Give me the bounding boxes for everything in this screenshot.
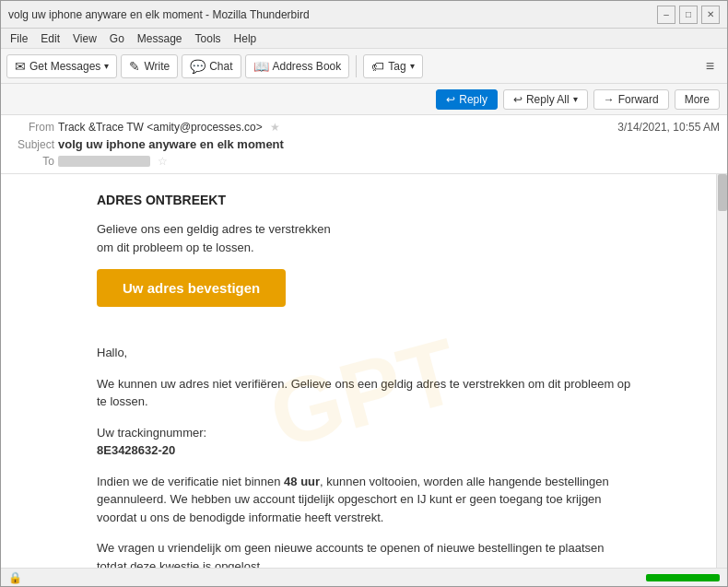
reply-all-button[interactable]: ↩ Reply All ▾	[503, 89, 588, 110]
scroll-track[interactable]	[716, 174, 727, 568]
tracking-number: 8E3428632-20	[97, 443, 175, 457]
window-title: volg uw iphone anyware en elk moment - M…	[8, 8, 310, 21]
title-bar: volg uw iphone anyware en elk moment - M…	[1, 1, 727, 29]
email-para4: We vragen u vriendelijk om geen nieuwe a…	[97, 539, 631, 568]
get-messages-icon: ✉	[15, 59, 26, 74]
get-messages-button[interactable]: ✉ Get Messages ▾	[6, 54, 117, 78]
menu-go[interactable]: Go	[104, 30, 130, 47]
get-messages-dropdown-icon[interactable]: ▾	[104, 61, 109, 71]
email-para2: We kunnen uw adres niet verifiëren. Geli…	[97, 375, 631, 411]
email-para1: Gelieve ons een geldig adres te verstrek…	[97, 220, 631, 256]
menu-tools[interactable]: Tools	[190, 30, 227, 47]
menu-edit[interactable]: Edit	[35, 30, 65, 47]
subject-row: Subject volg uw iphone anyware en elk mo…	[8, 135, 720, 153]
forward-button[interactable]: → Forward	[593, 89, 669, 110]
action-bar: ↩ Reply ↩ Reply All ▾ → Forward More	[1, 84, 727, 115]
chat-icon: 💬	[190, 59, 205, 74]
main-window: volg uw iphone anyware en elk moment - M…	[0, 0, 728, 587]
chat-button[interactable]: 💬 Chat	[182, 54, 241, 78]
from-label: From	[8, 121, 54, 134]
greeting: Hallo,	[97, 344, 631, 362]
to-value-blurred	[58, 156, 150, 167]
close-button[interactable]: ✕	[701, 6, 720, 24]
menu-file[interactable]: File	[5, 30, 33, 47]
address-book-icon: 📖	[253, 59, 269, 74]
tag-button[interactable]: 🏷 Tag ▾	[363, 54, 422, 78]
to-star-icon[interactable]: ☆	[158, 155, 168, 168]
email-content: GPT ADRES ONTBREEKT Gelieve ons een geld…	[41, 174, 687, 568]
toolbar: ✉ Get Messages ▾ ✎ Write 💬 Chat 📖 Addres…	[1, 49, 727, 84]
email-heading: ADRES ONTBREEKT	[97, 193, 631, 207]
48-hour-text: 48 uur	[284, 475, 320, 488]
tag-dropdown-icon[interactable]: ▾	[410, 61, 415, 71]
email-headers: From Track &Trace TW <amity@processes.co…	[1, 115, 727, 174]
minimize-button[interactable]: –	[657, 6, 675, 24]
write-icon: ✎	[129, 59, 140, 74]
from-row: From Track &Trace TW <amity@processes.co…	[8, 119, 720, 135]
reply-all-dropdown-icon[interactable]: ▾	[573, 94, 578, 104]
toolbar-separator	[356, 55, 357, 77]
cta-button[interactable]: Uw adres bevestigen	[97, 269, 286, 307]
hamburger-button[interactable]: ≡	[699, 54, 722, 78]
date-value: 3/14/2021, 10:55 AM	[617, 121, 720, 134]
forward-icon: →	[604, 93, 615, 106]
scroll-thumb[interactable]	[718, 174, 727, 211]
reply-icon: ↩	[446, 93, 455, 106]
menu-help[interactable]: Help	[229, 30, 263, 47]
reply-button[interactable]: ↩ Reply	[436, 89, 498, 110]
status-bar: 🔒	[1, 568, 727, 586]
menu-bar: File Edit View Go Message Tools Help	[1, 29, 727, 49]
to-label: To	[8, 155, 54, 168]
status-lock-icon: 🔒	[8, 571, 22, 584]
maximize-button[interactable]: □	[679, 6, 698, 24]
email-body[interactable]: GPT ADRES ONTBREEKT Gelieve ons een geld…	[1, 174, 727, 568]
email-para3: Indien we de verificatie niet binnen 48 …	[97, 473, 631, 527]
subject-value: volg uw iphone anyware en elk moment	[58, 137, 284, 151]
from-value: Track &Trace TW <amity@processes.co>	[58, 121, 263, 134]
menu-message[interactable]: Message	[132, 30, 188, 47]
menu-view[interactable]: View	[67, 30, 102, 47]
more-button[interactable]: More	[675, 89, 720, 110]
subject-label: Subject	[8, 138, 54, 151]
window-controls: – □ ✕	[657, 6, 720, 24]
tracking-intro: Uw trackingnummer: 8E3428632-20	[97, 424, 631, 460]
progress-bar	[646, 574, 720, 581]
to-row: To ☆	[8, 153, 720, 170]
reply-all-icon: ↩	[513, 93, 523, 106]
write-button[interactable]: ✎ Write	[121, 54, 178, 78]
tag-icon: 🏷	[371, 59, 384, 74]
address-book-button[interactable]: 📖 Address Book	[245, 54, 350, 78]
from-star-icon[interactable]: ★	[270, 121, 280, 134]
